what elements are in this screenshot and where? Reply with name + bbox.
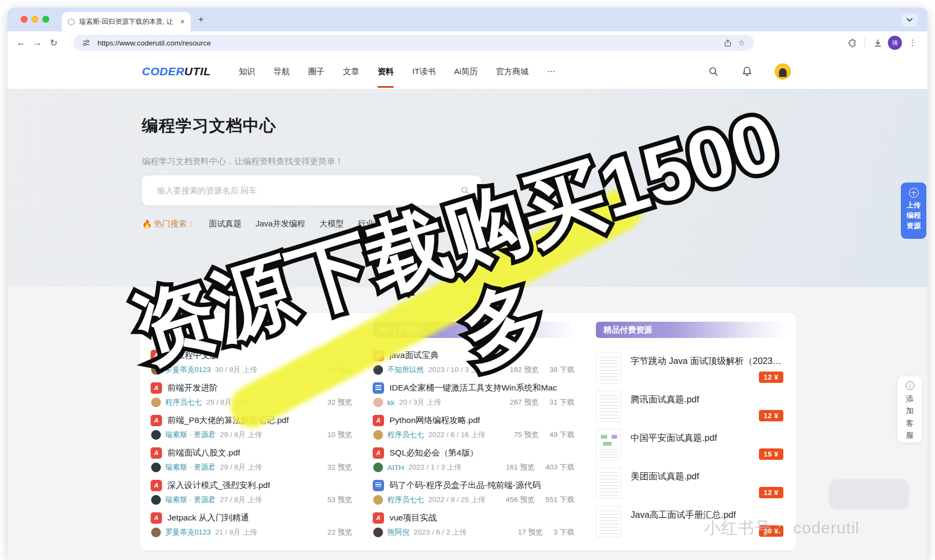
list-item[interactable]: Avue项目实战熊阿倪2023 / 6 / 2 上传17 预览3 下载 [373, 511, 576, 544]
upload-date: 27 / 8月 上传 [220, 495, 262, 505]
browser-profile-avatar[interactable]: 琦 [888, 36, 902, 50]
resource-title[interactable]: 前端_P8大佬的算法解题笔记.pdf [167, 415, 289, 426]
plus-circle-icon [909, 188, 919, 198]
author-name[interactable]: 罗曼蒂克0123 [165, 365, 211, 375]
resource-search-input[interactable] [156, 185, 460, 196]
fire-icon: 🔥 [142, 219, 152, 229]
resource-title[interactable]: 深入设计模式_强烈安利.pdf [167, 480, 270, 491]
close-window-button[interactable] [21, 16, 28, 23]
author-name[interactable]: 熊阿倪 [387, 528, 410, 537]
list-item[interactable]: A前端面试八股文.pdf瑞索斯 · 资源君29 / 8月 上传32 预览 [151, 446, 354, 479]
author-name[interactable]: 不知所以然 [387, 365, 424, 375]
paid-resource-title[interactable]: 美团面试真题.pdf [631, 471, 787, 483]
upload-resource-button[interactable]: 上传编程资源 [901, 183, 926, 239]
resource-title[interactable]: SQL必知必会（第4版） [389, 447, 478, 459]
nav-item[interactable]: 文章 [343, 67, 359, 77]
author-name[interactable]: AITH [387, 464, 404, 472]
downloads-count: 38 下载 [549, 365, 574, 375]
nav-item[interactable]: 知识 [239, 67, 255, 77]
list-item[interactable]: AJetpack 从入门到精通罗曼蒂克012321 / 8月 上传22 预览 [151, 511, 354, 544]
list-item[interactable]: A深入设计模式_强烈安利.pdf瑞索斯 · 资源君27 / 8月 上传53 预览 [151, 479, 354, 511]
search-magnifier-icon[interactable] [460, 185, 470, 196]
resource-title[interactable]: IDEA全家桶一键激活工具支持Win系统和Mac [389, 382, 557, 394]
resource-title[interactable]: Jetpack 从入门到精通 [167, 512, 249, 524]
list-item[interactable]: Agit教程中文版罗曼蒂克012330 / 8月 上传45 预览 [151, 349, 354, 381]
paid-resource-item[interactable]: 美团面试真题.pdf12 ¥ [596, 466, 787, 505]
browser-tab[interactable]: 瑞索斯-回归资源下载的本质, 让 × [62, 12, 191, 31]
notifications-bell-icon[interactable] [741, 66, 753, 77]
list-item[interactable]: A前端_P8大佬的算法解题笔记.pdf瑞索斯 · 资源君29 / 8月 上传10… [151, 414, 354, 446]
resource-title[interactable]: java面试宝典 [389, 350, 438, 361]
list-item[interactable]: ASQL必知必会（第4版）AITH2022 / 1 / 3 上传161 预览40… [373, 446, 576, 479]
maximize-window-button[interactable] [42, 16, 49, 23]
row-title-line: Avue项目实战 [373, 511, 576, 524]
pdf-file-icon: A [373, 415, 384, 426]
price-badge: 12 ¥ [759, 487, 783, 498]
reload-button[interactable]: ↻ [46, 37, 62, 49]
views-count: 53 预览 [327, 495, 352, 505]
author-name[interactable]: 瑞索斯 · 资源君 [165, 430, 216, 440]
tab-close-icon[interactable]: × [179, 17, 186, 26]
new-tab-button[interactable]: + [198, 14, 204, 25]
add-customer-service-button[interactable]: i 添加客服 [898, 376, 922, 442]
minimize-window-button[interactable] [31, 16, 38, 23]
tab-search-chevron-button[interactable] [901, 14, 918, 27]
list-item[interactable]: APython网络编程攻略.pdf程序员七七2022 / 6 / 16 上传75… [373, 414, 576, 446]
nav-item[interactable]: 官方商城 [496, 67, 529, 77]
address-bar[interactable]: https://www.coderutil.com/resource ☆ [74, 35, 754, 51]
url-text[interactable]: https://www.coderutil.com/resource [98, 39, 720, 47]
pdf-file-icon: A [151, 350, 162, 361]
resource-title[interactable]: vue项目实战 [389, 512, 437, 524]
hot-search-tag[interactable]: 面试真题 [209, 219, 242, 229]
hot-search-tag[interactable]: Java并发编程 [256, 219, 306, 229]
hot-search-tags: 面试真题Java并发编程大模型行业报告 [209, 219, 391, 229]
site-search-icon[interactable] [707, 66, 719, 77]
paid-resource-title[interactable]: 腾讯面试真题.pdf [631, 394, 787, 406]
nav-item[interactable]: 导航 [274, 67, 290, 77]
hot-downloads-header: 热门下载榜 [373, 322, 576, 338]
resource-title[interactable]: git教程中文版 [167, 350, 218, 361]
author-name[interactable]: 瑞索斯 · 资源君 [165, 463, 216, 472]
nav-item[interactable]: 资料 [378, 67, 394, 77]
row-meta-line: 程序员七七2022 / 6 / 16 上传75 预览49 下载 [373, 429, 576, 441]
nav-item[interactable]: Ai简历 [454, 67, 477, 77]
hot-search-tag[interactable]: 行业报告 [358, 219, 390, 229]
resource-search-box[interactable] [142, 175, 481, 205]
forward-button[interactable]: → [29, 37, 46, 48]
user-avatar[interactable] [775, 63, 791, 80]
resource-title[interactable]: 前端开发进阶 [167, 382, 218, 394]
author-name[interactable]: 程序员七七 [387, 495, 424, 505]
author-name[interactable]: 瑞索斯 · 资源君 [165, 495, 216, 505]
back-button[interactable]: ← [13, 37, 29, 48]
nav-item[interactable]: IT读书 [412, 67, 436, 77]
list-item[interactable]: IDEA全家桶一键激活工具支持Win系统和Mackk20 / 3月 上传267 … [373, 381, 576, 414]
resource-title[interactable]: 前端面试八股文.pdf [167, 447, 240, 459]
author-name[interactable]: 程序员七七 [165, 398, 202, 407]
resource-title[interactable]: Python网络编程攻略.pdf [389, 415, 480, 426]
author-name[interactable]: 程序员七七 [387, 430, 424, 440]
list-item[interactable]: 码了个码-程序员盒子出品-纯前端-源代码程序员七七2022 / 9 / 25 上… [373, 479, 576, 511]
downloads-icon[interactable] [871, 38, 885, 48]
nav-item[interactable]: 圈子 [308, 67, 324, 77]
paid-resource-title[interactable]: 字节跳动 Java 面试顶级解析（2023版... [631, 355, 787, 367]
author-name[interactable]: kk [387, 399, 395, 407]
paid-resource-item[interactable]: 腾讯面试真题.pdf12 ¥ [596, 389, 787, 428]
nav-item[interactable]: ⋯ [547, 67, 555, 77]
price-badge: 12 ¥ [759, 410, 783, 421]
row-title-line: Agit教程中文版 [151, 349, 354, 362]
site-settings-tune-icon[interactable] [79, 38, 93, 47]
resource-title[interactable]: 码了个码-程序员盒子出品-纯前端-源代码 [389, 480, 541, 491]
list-item[interactable]: A前端开发进阶程序员七七29 / 8月 上传32 预览 [151, 381, 354, 414]
paid-resource-item[interactable]: 字节跳动 Java 面试顶级解析（2023版...12 ¥ [596, 351, 787, 389]
list-item[interactable]: Ajava面试宝典不知所以然2023 / 10 / 3 上传162 预览38 下… [373, 349, 576, 381]
browser-menu-kebab-icon[interactable]: ⋮ [905, 38, 920, 48]
hot-search-tag[interactable]: 大模型 [319, 219, 343, 229]
share-icon[interactable] [720, 38, 735, 48]
site-logo[interactable]: CODERUTIL [142, 65, 211, 78]
bookmark-star-icon[interactable]: ☆ [735, 38, 749, 48]
paid-resource-item[interactable]: 中国平安面试真题.pdf15 ¥ [596, 428, 787, 466]
paid-resource-title[interactable]: 中国平安面试真题.pdf [631, 432, 787, 444]
author-name[interactable]: 罗曼蒂克0123 [165, 528, 211, 537]
author-avatar [151, 528, 161, 537]
extensions-puzzle-icon[interactable] [845, 38, 859, 48]
